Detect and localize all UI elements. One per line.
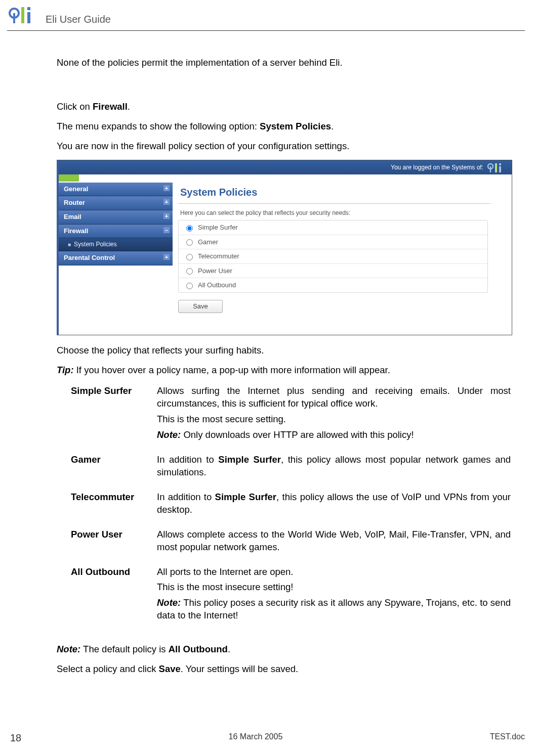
header-title: Eli User Guide (46, 14, 111, 25)
text: In addition to Simple Surfer, this polic… (157, 454, 511, 479)
choose-line: Choose the policy that reflects your sur… (57, 344, 511, 357)
policy-option-all-outbound[interactable]: All Outbound (179, 278, 487, 292)
def-simple-surfer: Simple Surfer Allows surfing the Interne… (71, 385, 511, 444)
policy-options: Simple Surfer Gamer Telecommuter Power U… (178, 220, 488, 293)
t: . Your settings will be saved. (181, 663, 298, 674)
sidebar-item-email[interactable]: Email+ (59, 210, 173, 225)
note-label: Note: (157, 429, 181, 440)
eli-logo-icon (7, 4, 43, 28)
label: Gamer (198, 238, 218, 247)
note-label: Note: (157, 597, 181, 608)
panel-title: System Policies (178, 183, 491, 204)
main-panel: System Policies Here you can select the … (178, 183, 508, 313)
note-text: Only downloads over HTTP are allowed wit… (181, 429, 414, 440)
text: . (128, 101, 130, 112)
def-telecommuter: Telecommuter In addition to Simple Surfe… (71, 491, 511, 519)
body: In addition to Simple Surfer, this polic… (157, 454, 511, 482)
policy-option-power-user[interactable]: Power User (179, 263, 487, 278)
page-number: 18 (10, 732, 21, 744)
panel-description: Here you can select the policy that refl… (180, 209, 506, 217)
sidebar-item-router[interactable]: Router+ (59, 196, 173, 210)
body: Allows surfing the Internet plus sending… (157, 385, 511, 444)
footer-date: 16 March 2005 (229, 732, 283, 744)
embedded-screenshot: You are logged on the Systems of: Genera… (57, 160, 512, 335)
t: Select a policy and click (57, 663, 159, 674)
text: . (331, 121, 334, 131)
radio-input[interactable] (186, 225, 193, 232)
sidebar-item-firewall[interactable]: Firewall– (59, 225, 173, 239)
expand-icon: + (163, 254, 170, 260)
def-all-outbound: All Outbound All ports to the Internet a… (71, 566, 511, 626)
page-content: None of the policies permit the implemen… (57, 57, 511, 683)
def-power-user: Power User Allows complete access to the… (71, 528, 511, 557)
t: In addition to (157, 492, 215, 502)
banner-text: You are logged on the Systems of: (391, 164, 483, 171)
default-policy-note: Note: The default policy is All Outbound… (57, 643, 511, 656)
label: Power User (198, 266, 232, 276)
click-firewall-line: Click on Firewall. (57, 101, 511, 113)
now-in-line: You are now in the firewall policy secti… (57, 140, 511, 153)
radio-input[interactable] (186, 268, 193, 275)
eli-logo-icon (486, 161, 510, 173)
sidebar-subitem-system-policies[interactable]: System Policies (59, 238, 173, 251)
tip-text: If you hover over a policy name, a pop-u… (74, 365, 390, 375)
expand-line: The menu expands to show the following o… (57, 120, 511, 133)
def-gamer: Gamer In addition to Simple Surfer, this… (71, 454, 511, 482)
firewall-word: Firewall (93, 101, 128, 112)
radio-input[interactable] (186, 283, 193, 289)
tip-label: Tip: (57, 365, 74, 375)
radio-input[interactable] (186, 239, 193, 246)
term: Simple Surfer (71, 385, 157, 444)
sidebar-item-general[interactable]: General+ (59, 183, 173, 197)
label: Simple Surfer (198, 223, 238, 232)
save-button[interactable]: Save (178, 300, 223, 313)
text: Allows complete access to the World Wide… (157, 528, 511, 554)
text: The menu expands to show the following o… (57, 121, 260, 131)
policy-option-telecommuter[interactable]: Telecommuter (179, 249, 487, 263)
label: Parental Control (64, 254, 115, 261)
note: Note: This policy poses a security risk … (157, 597, 511, 622)
label: Telecommuter (198, 252, 239, 261)
page-header: Eli User Guide (7, 0, 525, 31)
tip-line: Tip: If you hover over a policy name, a … (57, 364, 511, 377)
t: In addition to (157, 454, 218, 465)
svg-rect-8 (499, 163, 501, 165)
collapse-icon: – (163, 227, 170, 233)
policy-definitions: Simple Surfer Allows surfing the Interne… (71, 385, 511, 626)
t: All Outbound (169, 644, 228, 654)
text: This is the most secure setting. (157, 413, 511, 426)
text: In addition to Simple Surfer, this polic… (157, 491, 511, 516)
expand-icon: + (163, 199, 170, 205)
svg-rect-9 (499, 166, 501, 172)
sidebar-nav: General+ Router+ Email+ Firewall– System… (59, 183, 173, 265)
t: The default policy is (80, 644, 168, 654)
save-instruction: Select a policy and click Save. Your set… (57, 663, 511, 676)
policy-option-gamer[interactable]: Gamer (179, 235, 487, 249)
t: Save (159, 663, 181, 674)
term: Power User (71, 528, 157, 557)
text: Click on (57, 101, 93, 112)
expand-icon: + (163, 185, 170, 191)
text: All ports to the Internet are open. (157, 566, 511, 579)
svg-rect-7 (495, 163, 497, 172)
label: Firewall (64, 227, 88, 235)
green-accent (59, 174, 79, 182)
policy-option-simple-surfer[interactable]: Simple Surfer (179, 220, 487, 235)
expand-icon: + (163, 213, 170, 219)
svg-rect-4 (27, 12, 30, 23)
note-text: This policy poses a security risk as it … (157, 597, 511, 620)
t: Simple Surfer (218, 454, 281, 465)
t: Simple Surfer (215, 492, 276, 502)
sidebar-item-parental-control[interactable]: Parental Control+ (59, 251, 173, 265)
term: All Outbound (71, 566, 157, 626)
body: Allows complete access to the World Wide… (157, 528, 511, 557)
page-footer: 18 16 March 2005 TEST.doc (10, 732, 525, 744)
label: Email (64, 213, 81, 220)
radio-input[interactable] (186, 254, 193, 260)
text: This is the most insecure setting! (157, 581, 511, 594)
shot-banner: You are logged on the Systems of: (59, 160, 512, 174)
label: Router (64, 199, 85, 206)
svg-rect-3 (27, 7, 30, 10)
label: General (64, 185, 88, 193)
note: Note: Only downloads over HTTP are allow… (157, 429, 511, 441)
